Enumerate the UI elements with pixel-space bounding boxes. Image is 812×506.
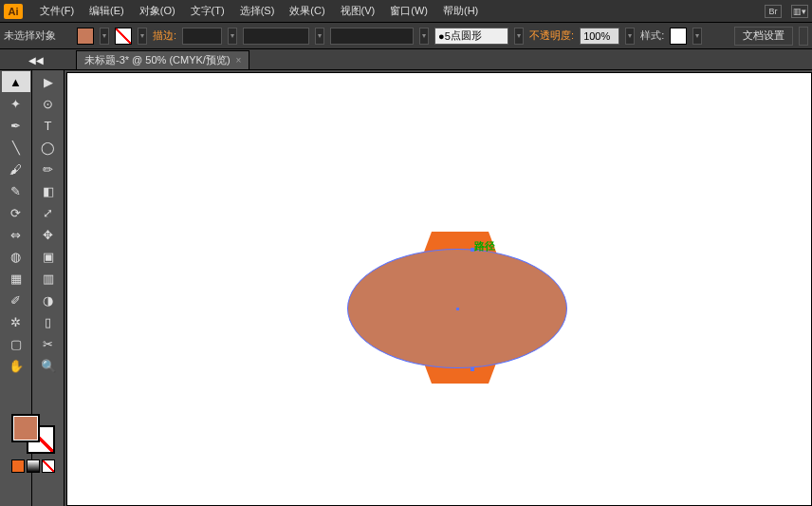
menu-object[interactable]: 对象(O) bbox=[132, 4, 183, 18]
color-mode-gradient[interactable] bbox=[27, 459, 40, 473]
brush-definition-field[interactable]: ● 5 点圆形 bbox=[434, 28, 508, 45]
tool-ellipse[interactable]: ◯ bbox=[34, 137, 63, 158]
artboard[interactable]: 路径 bbox=[66, 72, 812, 506]
tool-pen[interactable]: ✒ bbox=[2, 115, 30, 136]
style-label: 样式: bbox=[640, 28, 664, 43]
brush-field[interactable] bbox=[330, 28, 414, 45]
document-setup-button[interactable]: 文档设置 bbox=[734, 27, 793, 46]
brush-dropdown[interactable]: ▾ bbox=[419, 28, 429, 45]
graphic-style-swatch[interactable] bbox=[670, 28, 687, 45]
tool-free-transform[interactable]: ✥ bbox=[34, 224, 63, 245]
tool-symbol-sprayer[interactable]: ✲ bbox=[2, 311, 30, 332]
control-bar: 未选择对象 ▾ ▾ 描边: ▾ ▾ ▾ ● 5 点圆形 ▾ 不透明度: 100%… bbox=[0, 23, 812, 49]
tool-graph[interactable]: ▯ bbox=[34, 311, 63, 332]
tool-pencil[interactable]: ✏ bbox=[34, 159, 63, 179]
fill-swatch[interactable] bbox=[77, 28, 94, 45]
tool-lasso[interactable]: ⊙ bbox=[34, 93, 63, 114]
menu-window[interactable]: 窗口(W) bbox=[382, 4, 435, 18]
tool-perspective[interactable]: ▣ bbox=[34, 246, 63, 267]
canvas-area[interactable]: 路径 bbox=[65, 70, 812, 506]
selection-status: 未选择对象 bbox=[4, 28, 56, 43]
fill-stroke-indicator[interactable] bbox=[11, 414, 55, 454]
color-panel bbox=[2, 408, 65, 473]
stroke-label: 描边: bbox=[153, 28, 176, 43]
close-tab-icon[interactable]: × bbox=[236, 55, 242, 66]
stroke-swatch[interactable] bbox=[115, 28, 132, 45]
ellipse-center bbox=[456, 308, 459, 310]
panel-collapse-toggle[interactable]: ◀◀ bbox=[0, 49, 72, 70]
tool-magic-wand[interactable]: ✦ bbox=[2, 93, 30, 114]
menu-bar: Ai 文件(F) 编辑(E) 对象(O) 文字(T) 选择(S) 效果(C) 视… bbox=[0, 0, 812, 23]
tool-shape-builder[interactable]: ◍ bbox=[2, 246, 30, 267]
tool-type[interactable]: T bbox=[34, 115, 63, 136]
tool-direct-selection[interactable]: ▶ bbox=[34, 71, 63, 92]
menu-select[interactable]: 选择(S) bbox=[232, 4, 283, 18]
menu-effect[interactable]: 效果(C) bbox=[282, 4, 332, 18]
stroke-profile-field[interactable] bbox=[243, 28, 309, 45]
document-tab[interactable]: 未标题-3* @ 50% (CMYK/预览) × bbox=[76, 50, 249, 69]
tool-line[interactable]: ╲ bbox=[2, 137, 30, 158]
anchor-point-bottom[interactable] bbox=[471, 367, 474, 371]
opacity-label: 不透明度: bbox=[529, 28, 574, 43]
tool-scale[interactable]: ⤢ bbox=[34, 202, 63, 223]
path-label: 路径 bbox=[474, 239, 495, 253]
menu-file[interactable]: 文件(F) bbox=[32, 4, 82, 18]
tool-width[interactable]: ⇔ bbox=[2, 224, 30, 245]
fill-swatch-dropdown[interactable]: ▾ bbox=[100, 28, 109, 45]
tool-selection[interactable]: ▲ bbox=[2, 71, 30, 92]
opacity-field[interactable]: 100% bbox=[580, 28, 619, 45]
tool-blob-brush[interactable]: ✎ bbox=[2, 180, 30, 201]
stroke-swatch-dropdown[interactable]: ▾ bbox=[138, 28, 147, 45]
tool-paintbrush[interactable]: 🖌 bbox=[2, 159, 30, 179]
brush-definition-dropdown[interactable]: ▾ bbox=[514, 28, 524, 45]
tool-artboard[interactable]: ▢ bbox=[2, 333, 30, 354]
tool-blend[interactable]: ◑ bbox=[34, 290, 63, 310]
menu-type[interactable]: 文字(T) bbox=[183, 4, 232, 18]
color-mode-solid[interactable] bbox=[11, 459, 25, 473]
fill-color-swatch[interactable] bbox=[11, 414, 40, 442]
tool-gradient[interactable]: ▥ bbox=[34, 268, 63, 289]
tool-rotate[interactable]: ⟳ bbox=[2, 202, 30, 223]
stroke-profile-dropdown[interactable]: ▾ bbox=[315, 28, 324, 45]
opacity-dropdown[interactable]: ▾ bbox=[625, 28, 635, 45]
graphic-style-dropdown[interactable]: ▾ bbox=[692, 28, 702, 45]
tool-slice[interactable]: ✂ bbox=[34, 333, 63, 354]
main-area: ▲ ✦ ✒ ╲ 🖌 ✎ ⟳ ⇔ ◍ ▦ ✐ ✲ ▢ ✋ ▶ ⊙ T ◯ ✏ ◧ … bbox=[0, 70, 812, 506]
tool-mesh[interactable]: ▦ bbox=[2, 268, 30, 289]
tool-eraser[interactable]: ◧ bbox=[34, 180, 63, 201]
menu-help[interactable]: 帮助(H) bbox=[435, 4, 486, 18]
tool-zoom[interactable]: 🔍 bbox=[34, 355, 63, 376]
menu-view[interactable]: 视图(V) bbox=[333, 4, 383, 18]
color-mode-none[interactable] bbox=[42, 459, 55, 473]
workspace-switcher[interactable]: ▥▾ bbox=[791, 5, 808, 18]
tool-hand[interactable]: ✋ bbox=[2, 355, 30, 376]
tool-eyedropper[interactable]: ✐ bbox=[2, 290, 30, 310]
app-logo: Ai bbox=[4, 4, 23, 19]
document-tab-title: 未标题-3* @ 50% (CMYK/预览) bbox=[84, 53, 231, 67]
stroke-weight-dropdown[interactable]: ▾ bbox=[228, 28, 237, 45]
bridge-button[interactable]: Br bbox=[765, 5, 782, 18]
more-options-button[interactable] bbox=[799, 27, 808, 46]
menu-edit[interactable]: 编辑(E) bbox=[82, 4, 132, 18]
stroke-weight-field[interactable] bbox=[182, 28, 222, 45]
document-tab-bar: ◀◀ 未标题-3* @ 50% (CMYK/预览) × bbox=[0, 49, 812, 70]
